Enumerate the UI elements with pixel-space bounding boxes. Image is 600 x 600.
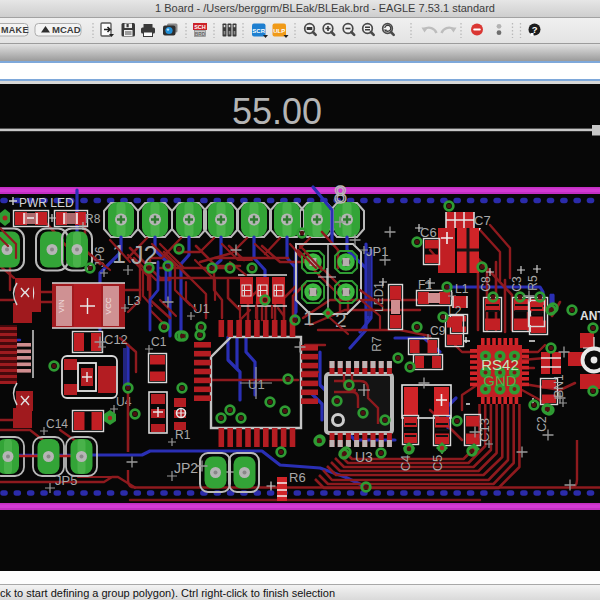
svg-text:U3: U3 [355,449,373,465]
svg-text:SCR: SCR [252,28,265,34]
svg-text:C7: C7 [474,213,491,228]
svg-text:U1: U1 [248,377,265,392]
svg-text:C4: C4 [398,455,413,472]
svg-text:R1: R1 [175,428,191,442]
svg-text:JP5: JP5 [55,473,77,488]
svg-text:?: ? [532,24,538,35]
svg-text:R6: R6 [289,470,306,485]
svg-text:MCAD: MCAD [52,24,81,35]
svg-text:C13: C13 [477,418,492,442]
svg-text:C3: C3 [510,276,524,292]
svg-text:C2: C2 [535,416,549,432]
svg-text:R8: R8 [85,212,101,226]
svg-text:RS42: RS42 [481,356,519,373]
svg-text:ANT: ANT [580,309,600,323]
svg-text:C6: C6 [420,225,437,240]
svg-text:MAKE: MAKE [1,25,29,35]
svg-text:ULP: ULP [273,28,285,34]
svg-text:L1: L1 [455,282,469,296]
svg-text:C14: C14 [46,417,68,431]
svg-text:C1: C1 [151,335,167,349]
svg-text:BN1: BN1 [552,374,566,398]
svg-text:R5: R5 [526,275,540,291]
svg-text:BRD: BRD [195,32,206,37]
svg-text:JP2: JP2 [174,460,198,476]
svg-text:GND: GND [483,372,517,389]
svg-text:1: 1 [303,306,315,329]
svg-text:C9: C9 [430,324,446,338]
svg-text:C5: C5 [430,455,445,472]
svg-text:VCC: VCC [104,297,113,314]
svg-text:R7: R7 [370,336,384,352]
svg-text:55.00: 55.00 [232,91,322,132]
svg-text:L3: L3 [127,294,141,308]
svg-text:SCH: SCH [194,24,206,30]
svg-text:LED1: LED1 [372,282,386,312]
svg-text:PWR LED: PWR LED [19,196,74,210]
svg-text:C8: C8 [479,276,493,292]
svg-text:8: 8 [334,182,347,208]
svg-text:VIN: VIN [57,299,66,313]
svg-text:C12: C12 [104,332,128,347]
svg-text:U4: U4 [116,395,132,409]
